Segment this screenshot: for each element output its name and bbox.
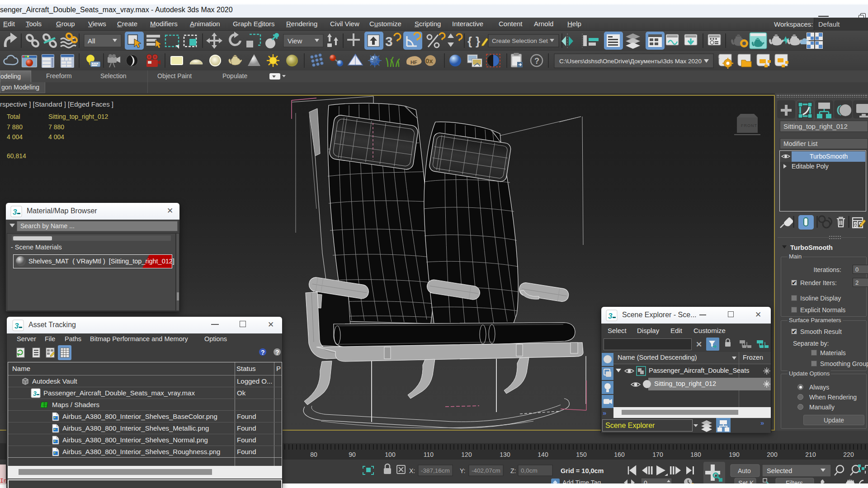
svg-text:140: 140: [538, 451, 548, 458]
svg-text:180: 180: [690, 451, 701, 458]
svg-text:Y:: Y:: [460, 467, 465, 474]
svg-text:3: 3: [13, 208, 17, 216]
svg-text:?: ?: [534, 56, 539, 66]
svg-text:C:\Users\dshsd\OneDrive\Докуме: C:\Users\dshsd\OneDrive\Документы\3ds Ma…: [559, 58, 702, 65]
svg-text:0x: 0x: [425, 57, 433, 65]
svg-text:X:: X:: [409, 467, 415, 474]
svg-text:160: 160: [614, 451, 625, 458]
svg-text:?: ?: [275, 349, 279, 356]
svg-text:-402,07cm: -402,07cm: [472, 467, 500, 474]
svg-text:190: 190: [729, 451, 740, 458]
svg-text:100: 100: [385, 451, 396, 458]
svg-text:3: 3: [608, 312, 613, 320]
svg-text:}: }: [476, 34, 480, 48]
svg-text:Selected: Selected: [767, 467, 792, 474]
svg-text:0,0cm: 0,0cm: [521, 467, 538, 474]
svg-text:3: 3: [385, 34, 393, 49]
svg-text:Grid = 10,0cm: Grid = 10,0cm: [561, 467, 604, 474]
svg-text:View: View: [288, 37, 302, 45]
svg-text:120: 120: [461, 451, 472, 458]
svg-text:170: 170: [652, 451, 663, 458]
svg-text:Create Selection Set: Create Selection Set: [492, 38, 548, 44]
svg-text:{: {: [467, 34, 472, 48]
svg-text:All: All: [88, 37, 95, 45]
svg-text:?: ?: [261, 349, 265, 356]
svg-text:130: 130: [500, 451, 510, 458]
svg-text:3: 3: [14, 322, 19, 330]
svg-text:90: 90: [349, 451, 356, 458]
svg-text:150: 150: [576, 451, 587, 458]
svg-text:HF: HF: [410, 60, 417, 65]
svg-text:Z:: Z:: [510, 467, 516, 474]
svg-text:-387,16cm: -387,16cm: [421, 467, 450, 474]
svg-text:FRONT: FRONT: [741, 123, 757, 128]
svg-text:210: 210: [805, 451, 816, 458]
svg-text:200: 200: [767, 451, 778, 458]
svg-text:Auto: Auto: [738, 467, 751, 474]
svg-text:220: 220: [843, 451, 854, 458]
svg-text:3: 3: [33, 390, 37, 397]
svg-text:80: 80: [310, 451, 317, 458]
svg-text:110: 110: [424, 451, 434, 458]
